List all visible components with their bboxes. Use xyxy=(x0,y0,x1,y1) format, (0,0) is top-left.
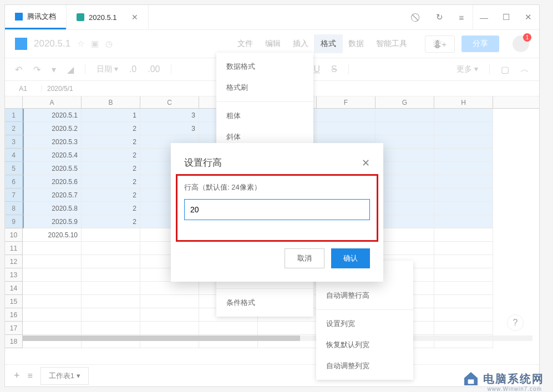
cell[interactable] xyxy=(82,242,140,255)
cell[interactable] xyxy=(140,322,199,335)
cell[interactable] xyxy=(434,202,493,215)
cell[interactable] xyxy=(23,242,82,255)
document-tab[interactable]: 2020.5.1 ✕ xyxy=(66,5,149,29)
clear-format-icon[interactable]: ◢ xyxy=(67,64,74,75)
column-header[interactable]: B xyxy=(82,96,140,108)
decrease-decimal-icon[interactable]: .0 xyxy=(129,64,136,74)
cell[interactable]: 3 xyxy=(140,122,199,135)
cell[interactable]: 2020.5.7 xyxy=(23,189,82,202)
cell[interactable]: 2 xyxy=(82,175,140,189)
cell[interactable] xyxy=(140,282,199,295)
submenu-set-col-width[interactable]: 设置列宽 xyxy=(316,313,413,334)
collaborator-button[interactable]: ⛇+ xyxy=(425,35,455,53)
horizontal-scrollbar[interactable] xyxy=(23,335,532,341)
cell[interactable] xyxy=(434,122,493,135)
formula-value[interactable]: 2020/5/1 xyxy=(42,85,73,93)
cell[interactable] xyxy=(82,282,140,295)
cell[interactable] xyxy=(376,162,434,175)
cell[interactable] xyxy=(376,122,434,135)
cell-reference[interactable]: A1 xyxy=(5,85,42,93)
cell[interactable]: 2020.5.5 xyxy=(23,162,82,175)
column-header[interactable]: F xyxy=(317,96,376,108)
row-header[interactable]: 14 xyxy=(5,282,23,295)
submenu-auto-col-width[interactable]: 自动调整列宽 xyxy=(316,355,413,376)
sheet-tab-1[interactable]: 工作表1 ▾ xyxy=(40,367,89,385)
cell[interactable] xyxy=(376,228,434,242)
cell[interactable] xyxy=(434,162,493,175)
cell[interactable] xyxy=(199,322,258,335)
cancel-button[interactable]: 取消 xyxy=(285,248,324,268)
cell[interactable] xyxy=(82,308,140,322)
menu-data-format[interactable]: 数据格式 xyxy=(216,56,313,77)
cell[interactable] xyxy=(376,135,434,149)
cell[interactable]: 2 xyxy=(82,162,140,175)
row-header[interactable]: 16 xyxy=(5,308,23,322)
row-header[interactable]: 12 xyxy=(5,255,23,268)
menu-edit[interactable]: 编辑 xyxy=(265,39,281,49)
row-header[interactable]: 1 xyxy=(5,109,23,122)
cell[interactable] xyxy=(434,322,493,335)
row-height-input[interactable] xyxy=(184,199,370,220)
cell[interactable]: 2020.5.2 xyxy=(23,122,82,135)
minimize-icon[interactable]: — xyxy=(473,5,495,29)
row-header[interactable]: 4 xyxy=(5,149,23,162)
cell[interactable]: 2020.5.10 xyxy=(23,228,82,242)
cell[interactable] xyxy=(434,308,493,322)
cell[interactable]: 2020.5.8 xyxy=(23,202,82,215)
cell[interactable] xyxy=(23,268,82,282)
star-icon[interactable]: ☆ xyxy=(77,39,84,49)
strikethrough-icon[interactable]: S xyxy=(331,64,337,74)
row-header[interactable]: 15 xyxy=(5,295,23,308)
cell[interactable] xyxy=(434,109,493,122)
menu-icon[interactable]: ≡ xyxy=(450,5,473,29)
cell[interactable] xyxy=(376,215,434,228)
cell[interactable]: 2020.5.4 xyxy=(23,149,82,162)
column-header[interactable]: C xyxy=(140,96,199,108)
refresh-icon[interactable]: ↻ xyxy=(428,5,450,29)
cell[interactable] xyxy=(23,295,82,308)
cell[interactable] xyxy=(82,322,140,335)
row-header[interactable]: 7 xyxy=(5,189,23,202)
cell[interactable] xyxy=(23,282,82,295)
home-tab[interactable]: 腾讯文档 xyxy=(5,5,66,29)
increase-decimal-icon[interactable]: .00 xyxy=(148,64,160,74)
cell[interactable]: 2020.5.3 xyxy=(23,135,82,149)
row-header[interactable]: 2 xyxy=(5,122,23,135)
cell[interactable] xyxy=(434,135,493,149)
cell[interactable]: 2 xyxy=(82,135,140,149)
cell[interactable] xyxy=(258,322,317,335)
cell[interactable] xyxy=(434,282,493,295)
avatar[interactable]: 1 xyxy=(513,35,529,52)
cell[interactable] xyxy=(434,149,493,162)
select-all-corner[interactable] xyxy=(5,96,23,108)
comment-icon[interactable]: ▢ xyxy=(501,64,509,75)
cell[interactable] xyxy=(23,322,82,335)
tab-close-icon[interactable]: ✕ xyxy=(131,13,138,22)
cell[interactable] xyxy=(434,175,493,189)
cell[interactable] xyxy=(376,175,434,189)
window-close-icon[interactable]: ✕ xyxy=(517,5,539,29)
submenu-auto-row-height[interactable]: 自动调整行高 xyxy=(316,285,413,306)
history-icon[interactable]: ◷ xyxy=(105,39,113,49)
cell[interactable] xyxy=(376,242,434,255)
cell[interactable] xyxy=(434,189,493,202)
menu-insert[interactable]: 插入 xyxy=(293,39,308,49)
row-header[interactable]: 9 xyxy=(5,215,23,228)
column-header[interactable]: A xyxy=(23,96,82,108)
block-icon[interactable]: ⃠ xyxy=(406,5,428,29)
row-header[interactable]: 18 xyxy=(5,335,23,348)
cell[interactable] xyxy=(82,295,140,308)
row-header[interactable]: 5 xyxy=(5,162,23,175)
cell[interactable] xyxy=(82,255,140,268)
cell[interactable]: 2 xyxy=(82,215,140,228)
menu-data[interactable]: 数据 xyxy=(348,39,364,49)
cell[interactable] xyxy=(82,268,140,282)
row-header[interactable]: 13 xyxy=(5,268,23,282)
column-header[interactable]: G xyxy=(376,96,434,108)
cell[interactable]: 2020.5.9 xyxy=(23,215,82,228)
cell[interactable] xyxy=(82,228,140,242)
help-button[interactable]: ? xyxy=(507,314,524,331)
cell[interactable] xyxy=(434,215,493,228)
redo-icon[interactable]: ↷ xyxy=(33,64,40,75)
cell[interactable] xyxy=(140,308,199,322)
